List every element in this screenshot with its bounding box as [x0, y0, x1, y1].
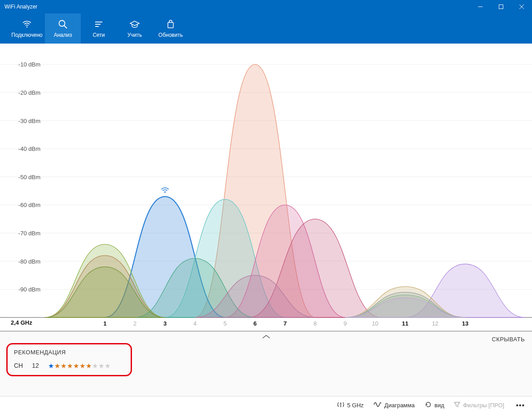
nav-tab-label: Анализ [54, 32, 72, 38]
y-tick-label: -40 dBm [4, 145, 40, 152]
recommendation-highlight: РЕКОМЕНДАЦИЯ CH 12 ★★★★★★★★★★ [6, 343, 132, 376]
y-tick-label: -70 dBm [4, 230, 40, 237]
wifi-icon [162, 188, 169, 193]
svg-rect-10 [168, 22, 173, 28]
star-icon: ★ [98, 362, 104, 369]
more-icon: ••• [516, 401, 525, 410]
star-icon: ★ [86, 362, 92, 369]
star-icon: ★ [105, 362, 110, 369]
main-nav: ПодключеноАнализСетиУчитьОбновить [0, 13, 532, 44]
nav-tab-learn[interactable]: Учить [117, 13, 153, 44]
recommendation-ch-value: 12 [32, 362, 39, 369]
nav-tab-label: Учить [128, 32, 142, 38]
svg-point-4 [26, 26, 28, 27]
svg-rect-1 [499, 5, 503, 9]
view-button[interactable]: вид [425, 401, 444, 410]
hide-panel-button[interactable]: СКРЫВАТЬ [492, 336, 525, 343]
y-tick-label: -80 dBm [4, 258, 40, 264]
recommendation-ch-label: CH [14, 362, 23, 369]
star-icon: ★ [73, 362, 79, 369]
star-icon: ★ [54, 362, 60, 369]
y-tick-label: -20 dBm [4, 89, 40, 96]
filters-button[interactable]: Фильтры [ПРО] [454, 401, 504, 409]
y-tick-label: -50 dBm [4, 173, 40, 180]
antenna-icon [337, 401, 344, 410]
list-lines-icon [94, 19, 104, 29]
window-close-button[interactable] [511, 0, 532, 13]
recommendation-stars: ★★★★★★★★★★ [48, 362, 110, 369]
y-tick-label: -10 dBm [4, 61, 40, 68]
nav-tab-label: Сети [92, 32, 105, 38]
star-icon: ★ [48, 362, 54, 369]
chevron-up-icon[interactable] [262, 334, 271, 341]
nav-tab-networks[interactable]: Сети [81, 13, 117, 44]
view-label: вид [435, 402, 444, 409]
svg-point-5 [59, 20, 65, 26]
star-icon: ★ [67, 362, 73, 369]
wave-icon [374, 401, 382, 409]
svg-point-23 [340, 403, 341, 404]
spectrum-chart: -10 dBm-20 dBm-30 dBm-40 dBm-50 dBm-60 d… [0, 44, 532, 331]
svg-point-21 [164, 191, 166, 193]
funnel-icon [454, 401, 460, 409]
window-maximize-button[interactable] [491, 0, 511, 13]
star-icon: ★ [61, 362, 66, 369]
more-button[interactable]: ••• [514, 401, 527, 410]
star-icon: ★ [79, 362, 85, 369]
nav-tab-analyze[interactable]: Анализ [45, 13, 81, 44]
star-icon: ★ [92, 362, 98, 369]
y-tick-label: -60 dBm [4, 202, 40, 208]
band-label: 2,4 GHz [11, 319, 32, 326]
nav-tab-label: Обновить [158, 32, 183, 38]
nav-tab-label: Подключено [11, 32, 42, 38]
spectrum-chart-svg [0, 44, 532, 331]
y-tick-label: -30 dBm [4, 117, 40, 124]
bag-icon [166, 19, 175, 29]
chart-mode-label: Диаграмма [384, 402, 415, 409]
y-tick-label: -90 dBm [4, 286, 40, 293]
window-minimize-button[interactable] [470, 0, 491, 13]
wifi-icon [22, 19, 32, 29]
filters-label: Фильтры [ПРО] [463, 402, 504, 409]
band-toggle-label: 5 GHz [347, 402, 364, 409]
magnifier-icon [58, 19, 68, 29]
window-title: WiFi Analyzer [4, 4, 470, 10]
svg-line-6 [64, 26, 67, 28]
chart-mode-button[interactable]: Диаграмма [374, 401, 415, 409]
refresh-icon [425, 401, 432, 410]
graduation-cap-icon [129, 19, 140, 29]
recommendation-panel: СКРЫВАТЬ РЕКОМЕНДАЦИЯ CH 12 ★★★★★★★★★★ [0, 331, 532, 396]
window-titlebar: WiFi Analyzer [0, 0, 532, 13]
recommendation-title: РЕКОМЕНДАЦИЯ [14, 349, 124, 356]
nav-tab-connected[interactable]: Подключено [9, 13, 45, 44]
band-toggle-button[interactable]: 5 GHz [337, 401, 364, 410]
bottom-toolbar: 5 GHz Диаграмма вид Фильтры [ПРО] ••• [0, 396, 532, 414]
nav-tab-update[interactable]: Обновить [153, 13, 189, 44]
